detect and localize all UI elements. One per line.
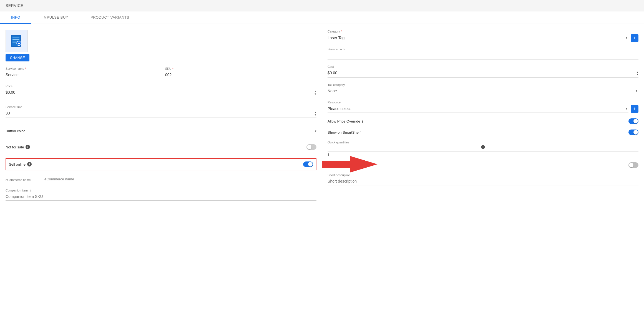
ecommerce-name-input[interactable] [44, 176, 100, 183]
price-field: Price ▲ ▼ [6, 84, 316, 97]
price-label: Price [6, 84, 316, 88]
sell-online-label: Sell online ℹ [9, 162, 32, 166]
quick-quantities-info: ℹ [328, 153, 638, 157]
cost-down-arrow[interactable]: ▼ [636, 73, 638, 76]
page-header: SERVICE [0, 0, 644, 11]
ecommerce-name-row: eCommerce name [6, 176, 316, 183]
allow-price-override-info-icon[interactable]: ℹ [362, 119, 363, 123]
price-up-arrow[interactable]: ▲ [314, 90, 316, 93]
cost-arrows[interactable]: ▲ ▼ [636, 71, 638, 76]
service-name-label: Service name * [6, 67, 157, 70]
category-field: Category * Laser Tag + [328, 30, 638, 42]
category-label: Category * [328, 30, 638, 33]
page-container: SERVICE INFO IMPULSE BUY PRODUCT VARIANT… [0, 0, 644, 331]
allow-price-override-row: Allow Price Override ℹ [328, 118, 638, 124]
sku-label: SKU * [165, 67, 316, 70]
page-title: SERVICE [6, 3, 24, 8]
service-time-input[interactable] [6, 110, 314, 116]
sell-online-info-icon[interactable]: ℹ [27, 162, 32, 166]
resource-label: Resource [328, 101, 638, 104]
service-time-label: Service time [6, 105, 316, 109]
tax-category-wrapper: None [328, 88, 638, 95]
category-select-wrapper: Laser Tag [328, 34, 628, 42]
not-for-sale-track [306, 144, 316, 150]
cost-input[interactable] [328, 69, 636, 76]
content-area: CHANGE Service name * SKU * [0, 24, 644, 212]
resource-select[interactable]: Please select [328, 105, 628, 113]
companion-item-info-icon[interactable]: ℹ [30, 189, 31, 192]
show-on-smartshelf-track [628, 130, 638, 135]
button-color-control[interactable]: ▾ [297, 129, 316, 133]
tab-product-variants[interactable]: PRODUCT VARIANTS [79, 11, 140, 24]
show-on-smartshelf-toggle[interactable] [628, 130, 638, 135]
cost-up-arrow[interactable]: ▲ [636, 71, 638, 74]
right-panel: Category * Laser Tag + Service code [328, 30, 638, 206]
resource-select-wrapper: Please select [328, 105, 628, 113]
price-input[interactable] [6, 89, 314, 96]
allow-price-override-thumb [633, 119, 638, 123]
service-code-input[interactable] [328, 52, 638, 59]
category-row: Laser Tag + [328, 34, 638, 42]
quick-quantities-dot [481, 145, 485, 149]
show-on-smartshelf-label: Show on SmartShelf [328, 130, 383, 135]
resource-row: Please select + [328, 105, 638, 113]
show-on-smartshelf-row: Show on SmartShelf [328, 130, 638, 135]
color-dropdown-arrow[interactable]: ▾ [315, 129, 316, 133]
tax-category-field: Tax category None [328, 83, 638, 95]
not-for-sale-label: Not for sale ℹ [6, 145, 30, 149]
companion-item-label: Companion item ℹ [6, 189, 316, 192]
is-featured-label: Is featured [328, 163, 383, 167]
tab-impulse-buy[interactable]: IMPULSE BUY [31, 11, 79, 24]
image-section: CHANGE [6, 30, 316, 61]
button-color-row: Button color ▾ [6, 126, 316, 136]
is-featured-toggle[interactable] [628, 162, 638, 168]
tab-info[interactable]: INFO [0, 11, 31, 24]
sell-online-highlighted-row: Sell online ℹ [6, 158, 316, 170]
sku-field: SKU * [165, 67, 316, 79]
allow-price-override-toggle[interactable] [628, 118, 638, 124]
sell-online-wrapper: Sell online ℹ [6, 158, 316, 170]
is-featured-track [628, 162, 638, 168]
price-down-arrow[interactable]: ▼ [314, 93, 316, 96]
short-description-input[interactable] [328, 178, 638, 185]
change-image-button[interactable]: CHANGE [6, 54, 29, 61]
short-description-label: Short description [328, 173, 638, 177]
category-add-button[interactable]: + [631, 34, 638, 42]
sku-input[interactable] [165, 71, 316, 79]
quick-quantities-label: Quick quantities [328, 141, 638, 144]
quick-quantities-info-icon[interactable]: ℹ [328, 153, 329, 157]
service-time-down-arrow[interactable]: ▼ [314, 114, 316, 116]
is-featured-row: Is featured [328, 162, 638, 168]
not-for-sale-info-icon[interactable]: ℹ [26, 145, 30, 149]
service-name-input[interactable] [6, 71, 157, 79]
ecommerce-name-label: eCommerce name [6, 178, 39, 183]
short-description-field: Short description [328, 173, 638, 185]
price-spinner-arrows[interactable]: ▲ ▼ [314, 90, 316, 96]
allow-price-override-track [628, 118, 638, 124]
tabs-bar: INFO IMPULSE BUY PRODUCT VARIANTS [0, 11, 644, 24]
resource-add-button[interactable]: + [631, 105, 638, 113]
not-for-sale-toggle[interactable] [306, 144, 316, 150]
cost-field: Cost ▲ ▼ [328, 65, 638, 78]
price-spinner: ▲ ▼ [6, 89, 316, 97]
quick-quantities-slider[interactable] [328, 145, 638, 151]
service-code-label: Service code [328, 48, 638, 51]
not-for-sale-thumb [307, 145, 311, 149]
tax-category-label: Tax category [328, 83, 638, 86]
service-time-spinner: ▲ ▼ [6, 110, 316, 118]
companion-item-row: Companion item ℹ [6, 189, 316, 201]
sell-online-toggle[interactable] [303, 161, 313, 167]
service-img-icon [6, 30, 27, 52]
service-time-up-arrow[interactable]: ▲ [314, 111, 316, 114]
category-select[interactable]: Laser Tag [328, 34, 628, 42]
sell-online-toggle-row: Sell online ℹ [9, 161, 313, 167]
tax-category-select[interactable]: None [328, 88, 638, 95]
ecommerce-name-input-col [44, 176, 316, 183]
name-sku-row: Service name * SKU * [6, 67, 316, 79]
service-time-arrows[interactable]: ▲ ▼ [314, 111, 316, 116]
service-time-field: Service time ▲ ▼ [6, 105, 316, 118]
color-bar [297, 131, 314, 131]
resource-field: Resource Please select + [328, 101, 638, 113]
allow-price-override-label: Allow Price Override ℹ [328, 119, 383, 123]
companion-item-input[interactable] [6, 193, 316, 201]
